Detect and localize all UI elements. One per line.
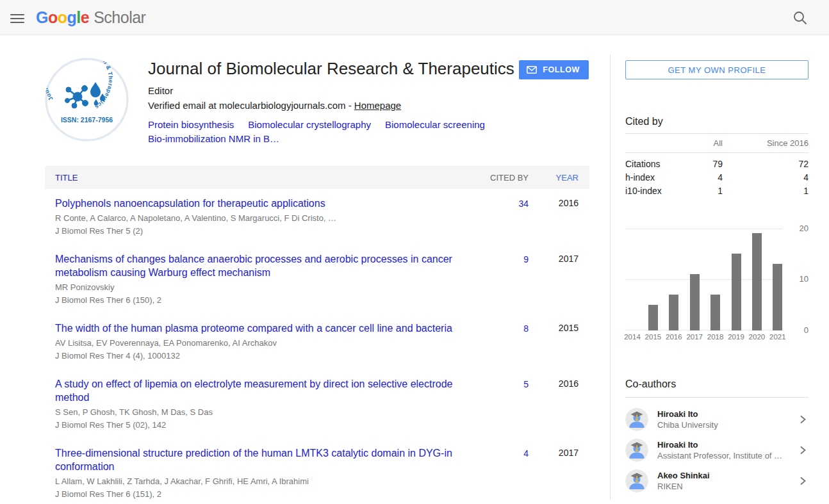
article-row: Mechanisms of changes balance anaerobic … (45, 245, 589, 314)
scholar-logo-text: Scholar (94, 8, 145, 27)
coauthor-item[interactable]: Hiroaki ItoAssistant Professor, Institut… (625, 435, 808, 466)
article-main-cell: The width of the human plasma proteome c… (45, 314, 464, 370)
stats-row-label[interactable]: i10-index (625, 184, 665, 198)
profile-header: Journal of Biomolecular Research & Thera… (45, 58, 589, 144)
verified-email-text: Verified email at molecularbiologyjourna… (148, 100, 354, 111)
article-cited-count-link[interactable]: 8 (523, 323, 529, 334)
get-my-own-profile-button[interactable]: GET MY OWN PROFILE (625, 60, 808, 79)
google-logo-letter: o (48, 8, 58, 26)
stats-row: Citations7972 (625, 153, 808, 171)
article-title-link[interactable]: The width of the human plasma proteome c… (55, 321, 464, 335)
article-cited-count-link[interactable]: 9 (523, 254, 529, 264)
article-title-link[interactable]: A study on effect of lipemia on electrol… (55, 377, 464, 404)
chevron-right-icon[interactable] (797, 444, 808, 456)
profile-info: Journal of Biomolecular Research & Thera… (148, 58, 520, 144)
interest-link[interactable]: Protein biosynthesis (148, 119, 234, 130)
menu-icon[interactable] (10, 10, 25, 26)
chart-x-tick-label: 2016 (663, 333, 685, 341)
article-row: Three-dimensional structure prediction o… (45, 439, 589, 504)
stats-value-since: 72 (723, 153, 808, 171)
sort-by-title-header[interactable]: TITLE (45, 173, 464, 183)
google-scholar-logo[interactable]: Google Scholar (36, 8, 145, 27)
main-column: Journal of Biomolecular Research & Thera… (45, 58, 589, 504)
citation-year-bar[interactable] (773, 264, 782, 330)
article-main-cell: Three-dimensional structure prediction o… (45, 439, 464, 504)
chevron-right-icon[interactable] (797, 475, 808, 487)
article-year: 2017 (529, 245, 589, 314)
article-venue: J Biomol Res Ther 5 (02), 142 (55, 419, 464, 431)
article-year: 2015 (529, 314, 589, 370)
coauthor-name: Hiroaki Ito (657, 440, 794, 450)
citation-year-bar[interactable] (732, 254, 741, 330)
stats-value-all: 1 (665, 184, 723, 198)
google-logo-letter: o (58, 8, 67, 26)
article-cited-count-link[interactable]: 34 (518, 199, 529, 209)
coauthor-info: Hiroaki ItoAssistant Professor, Institut… (657, 440, 794, 460)
interest-link[interactable]: Bio-immobilization NMR in B… (148, 133, 279, 144)
stats-value-all: 79 (665, 153, 723, 171)
articles-table: TITLE CITED BY YEAR Polyphenols nanoenca… (45, 166, 589, 504)
coauthor-avatar-icon (625, 408, 648, 431)
article-authors: S Sen, P Ghosh, TK Ghosh, M Das, S Das (55, 407, 464, 418)
coauthor-item[interactable]: Hiroaki ItoChiba University (625, 404, 808, 435)
profile-name: Journal of Biomolecular Research & Thera… (148, 59, 520, 78)
coauthor-affiliation: Assistant Professor, Institute of … (657, 451, 794, 460)
coauthor-name: Akeo Shinkai (657, 471, 794, 480)
article-cited-cell: 5 (464, 370, 529, 439)
follow-button-label: FOLLOW (543, 65, 580, 74)
interest-link[interactable]: Biomolecular crystellography (248, 119, 371, 130)
follow-button[interactable]: FOLLOW (519, 60, 589, 79)
chart-x-tick-label: 2019 (725, 333, 747, 341)
chevron-right-icon[interactable] (797, 414, 808, 425)
google-logo-letter: e (81, 8, 89, 26)
article-authors: L Allam, W Lakhlili, Z Tarhda, J Akachar… (55, 476, 464, 487)
article-row: The width of the human plasma proteome c… (45, 314, 589, 370)
chart-y-tick-label: 10 (783, 274, 808, 284)
chart-y-tick-label: 20 (783, 224, 808, 233)
sort-by-year-header[interactable]: YEAR (529, 173, 589, 183)
coauthors-list: Hiroaki ItoChiba UniversityHiroaki ItoAs… (625, 404, 808, 496)
stats-value-since: 4 (723, 171, 808, 184)
article-title-link[interactable]: Three-dimensional structure prediction o… (55, 446, 464, 473)
envelope-icon (527, 66, 537, 74)
chart-plot-area: 01020 (625, 229, 783, 330)
coauthors-heading: Co-authors (625, 378, 808, 398)
article-title-link[interactable]: Polyphenols nanoencapsulation for therap… (55, 197, 464, 210)
sort-by-cited-header[interactable]: CITED BY (464, 173, 529, 183)
article-cited-count-link[interactable]: 4 (523, 448, 529, 459)
stats-row-label[interactable]: Citations (625, 153, 665, 171)
chart-x-tick-label: 2021 (767, 333, 789, 341)
article-venue: J Biomol Res Ther 6 (151), 2 (55, 489, 464, 500)
app-header: Google Scholar (0, 0, 829, 35)
stats-row: h-index44 (625, 171, 808, 184)
article-year: 2017 (529, 439, 589, 504)
article-main-cell: A study on effect of lipemia on electrol… (45, 370, 464, 439)
citation-year-bar[interactable] (752, 233, 762, 330)
stats-col-since: Since 2016 (723, 134, 808, 153)
article-venue: J Biomol Res Ther 6 (150), 2 (55, 295, 464, 306)
homepage-link[interactable]: Homepage (354, 100, 401, 111)
stats-row-label[interactable]: h-index (625, 171, 665, 184)
search-icon[interactable] (792, 10, 808, 26)
chart-x-axis-labels: 20142015201620172018201920202021 (625, 333, 783, 343)
citation-year-bar[interactable] (710, 295, 720, 330)
journal-logo-avatar[interactable]: Journal of Biomolecular Research & Thera… (45, 58, 129, 142)
stats-value-all: 4 (665, 171, 723, 184)
verified-email: Verified email at molecularbiologyjourna… (148, 100, 520, 111)
chart-gridline (625, 229, 783, 229)
article-year: 2016 (529, 189, 589, 245)
article-cited-count-link[interactable]: 5 (523, 379, 529, 389)
article-cited-cell: 34 (464, 189, 529, 245)
chart-x-tick-label: 2014 (621, 333, 643, 341)
interest-link[interactable]: Biomolecular screening (385, 119, 485, 130)
stats-value-since: 1 (723, 184, 808, 198)
interests-list: Protein biosynthesisBiomolecular crystel… (148, 119, 558, 144)
chart-x-tick-label: 2015 (642, 333, 664, 341)
coauthor-info: Akeo ShinkaiRIKEN (657, 471, 794, 491)
citation-year-bar[interactable] (669, 295, 678, 330)
article-title-link[interactable]: Mechanisms of changes balance anaerobic … (55, 252, 464, 279)
article-main-cell: Polyphenols nanoencapsulation for therap… (45, 189, 464, 245)
citation-year-bar[interactable] (648, 305, 658, 330)
coauthor-item[interactable]: Akeo ShinkaiRIKEN (625, 466, 808, 496)
citation-year-bar[interactable] (690, 274, 700, 330)
